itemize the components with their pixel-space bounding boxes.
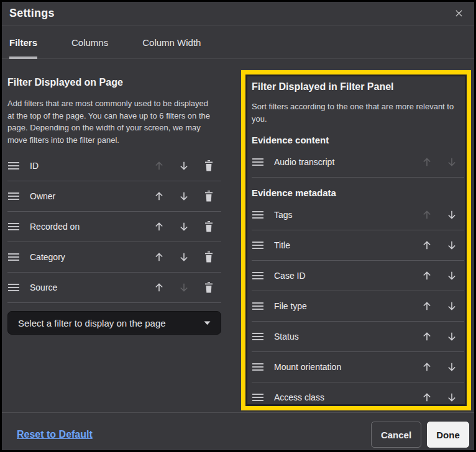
delete-button[interactable] [196, 156, 221, 176]
delete-button[interactable] [196, 247, 221, 267]
filter-row-label: Owner [30, 191, 55, 201]
footer-buttons: Cancel Done [371, 422, 469, 448]
reset-to-default-link[interactable]: Reset to Default [17, 429, 93, 440]
filter-row: Category [7, 242, 221, 273]
move-up-button [147, 156, 172, 176]
filter-row: ID [7, 151, 221, 181]
page-filter-list: ID Owner [7, 151, 221, 303]
cancel-button[interactable]: Cancel [371, 422, 421, 448]
left-panel-description: Add filters that are most commonly used … [7, 97, 221, 146]
close-button[interactable] [452, 7, 465, 20]
move-down-button[interactable] [439, 205, 464, 225]
filter-group-heading: Evidence content [252, 134, 464, 146]
move-up-button[interactable] [147, 217, 172, 237]
move-down-button[interactable] [439, 357, 464, 377]
filter-row: Recorded on [7, 212, 221, 242]
move-down-button[interactable] [172, 247, 196, 267]
filter-row: Mount orientation [252, 352, 464, 382]
dialog-footer: Reset to Default Cancel Done [2, 412, 474, 450]
move-down-button [439, 152, 464, 172]
drag-handle-icon[interactable] [7, 283, 20, 292]
settings-dialog: Settings FiltersColumnsColumn Width Filt… [0, 0, 476, 452]
filter-row-label: Case ID [274, 271, 306, 281]
filter-row: Audio transcript [252, 147, 464, 178]
filter-row: Tags [252, 200, 464, 230]
move-up-button[interactable] [414, 327, 439, 346]
move-down-button[interactable] [439, 235, 464, 255]
drag-handle-icon[interactable] [252, 271, 264, 280]
move-up-button[interactable] [414, 266, 439, 286]
right-panel-description: Sort filters according to the one that a… [252, 101, 464, 125]
drag-handle-icon[interactable] [252, 210, 264, 219]
filter-row: Title [252, 230, 464, 261]
move-up-button[interactable] [147, 247, 172, 267]
filter-row-label: Access class [274, 392, 324, 402]
right-panel-heading: Filter Displayed in Filter Panel [252, 81, 464, 93]
panel-filters-panel: Filter Displayed in Filter Panel Sort fi… [245, 75, 467, 410]
move-up-button[interactable] [147, 186, 172, 206]
drag-handle-icon[interactable] [252, 393, 264, 402]
move-up-button [414, 205, 439, 225]
highlight-annotation-box: Filter Displayed in Filter Panel Sort fi… [241, 70, 471, 410]
dropdown-placeholder: Select a filter to display on the page [18, 318, 166, 328]
drag-handle-icon[interactable] [252, 241, 264, 250]
move-down-button [172, 278, 196, 297]
filter-row: File type [252, 291, 464, 322]
filter-row: Source [7, 273, 221, 303]
filter-group-heading: Evidence metadata [252, 187, 464, 199]
close-icon [454, 9, 464, 18]
move-down-button[interactable] [439, 327, 464, 346]
drag-handle-icon[interactable] [252, 332, 264, 341]
filter-row: Access class [252, 382, 464, 410]
tab-columns[interactable]: Columns [71, 26, 108, 58]
filter-row-label: Mount orientation [274, 362, 341, 372]
panel-filter-list: Audio transcript [252, 147, 464, 178]
move-down-button[interactable] [172, 186, 196, 206]
filter-row: Case ID [252, 261, 464, 291]
drag-handle-icon[interactable] [252, 158, 264, 166]
filter-row-label: Tags [274, 210, 293, 220]
dialog-title: Settings [9, 7, 55, 20]
left-panel-heading: Filter Displayed on Page [7, 76, 221, 89]
page-filters-panel: Filter Displayed on Page Add filters tha… [7, 70, 221, 335]
filter-row-label: Audio transcript [274, 157, 334, 167]
filter-row: Status [252, 322, 464, 352]
move-up-button[interactable] [414, 357, 439, 377]
drag-handle-icon[interactable] [7, 161, 20, 170]
move-up-button[interactable] [414, 387, 439, 407]
move-up-button[interactable] [414, 296, 439, 316]
delete-button[interactable] [196, 186, 221, 206]
add-filter-dropdown[interactable]: Select a filter to display on the page [7, 311, 221, 335]
dialog-header: Settings [2, 2, 474, 25]
panel-filter-list: Tags Title Case ID [252, 200, 464, 410]
tab-filters[interactable]: Filters [9, 26, 37, 58]
move-up-button [414, 152, 439, 172]
tab-bar: FiltersColumnsColumn Width [2, 26, 474, 59]
move-down-button[interactable] [172, 217, 196, 237]
filter-row-label: Recorded on [30, 222, 80, 232]
filter-row-label: ID [30, 161, 39, 171]
filter-row-label: Status [274, 332, 299, 341]
drag-handle-icon[interactable] [7, 253, 20, 261]
drag-handle-icon[interactable] [252, 363, 264, 371]
move-down-button[interactable] [172, 156, 196, 176]
delete-button[interactable] [196, 278, 221, 297]
move-down-button[interactable] [439, 266, 464, 286]
move-up-button[interactable] [147, 278, 172, 297]
chevron-down-icon [204, 321, 211, 325]
move-down-button[interactable] [439, 387, 464, 407]
filter-row-label: File type [274, 301, 307, 311]
filter-row-label: Source [30, 282, 57, 292]
move-up-button[interactable] [414, 235, 439, 255]
drag-handle-icon[interactable] [7, 222, 20, 231]
drag-handle-icon[interactable] [252, 302, 264, 310]
done-button[interactable]: Done [427, 422, 469, 448]
move-down-button[interactable] [439, 296, 464, 316]
filter-row-label: Category [30, 252, 65, 262]
filter-row-label: Title [274, 240, 290, 250]
tab-column-width[interactable]: Column Width [142, 26, 201, 58]
panel-filter-groups: Evidence content Audio transcript Eviden… [252, 134, 464, 410]
filter-row: Owner [7, 181, 221, 212]
drag-handle-icon[interactable] [7, 192, 20, 201]
delete-button[interactable] [196, 217, 221, 237]
